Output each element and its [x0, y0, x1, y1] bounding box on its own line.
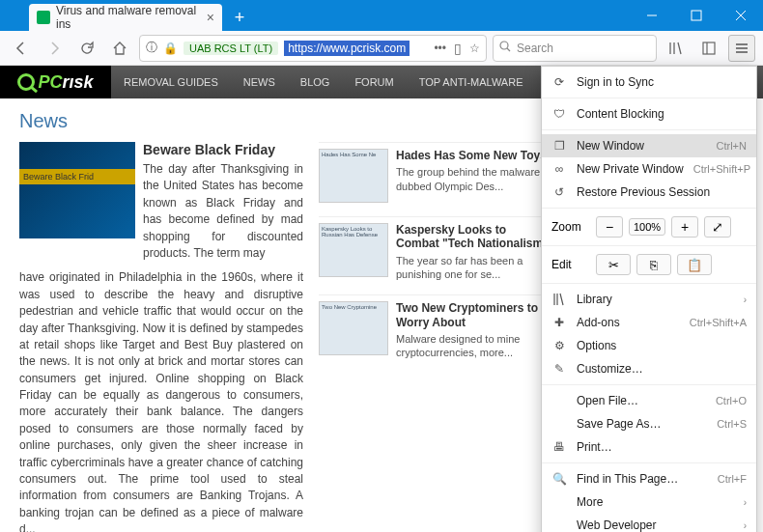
svg-rect-1 — [692, 11, 701, 20]
menu-addons[interactable]: ✚ Add-ons Ctrl+Shift+A — [542, 311, 756, 334]
edit-label: Edit — [551, 258, 590, 271]
mini-article-list: Hades Has Some Ne Hades Has Some New Toy… — [319, 142, 551, 532]
mini-article: Kaspersky Looks to Russian Has Defense K… — [319, 216, 551, 281]
thumb-caption: Beware Black Frid — [19, 169, 135, 184]
tab-title: Virus and malware removal ins — [56, 4, 207, 31]
mini-title[interactable]: Two New Cryptominers to Worry About — [396, 301, 551, 329]
window-icon: ❐ — [551, 138, 567, 154]
menu-sign-in[interactable]: ⟳ Sign in to Sync — [542, 70, 756, 94]
zoom-in-button[interactable]: + — [671, 216, 698, 238]
menu-edit-row: Edit ✂ ⎘ 📋 — [542, 250, 756, 279]
home-button[interactable] — [106, 35, 133, 62]
tab-strip: Virus and malware removal ins × + — [29, 0, 253, 31]
url-text: https://www.pcrisk.com — [284, 41, 410, 56]
lock-icon: 🔒 — [163, 42, 178, 55]
menu-content-blocking[interactable]: 🛡 Content Blocking — [542, 102, 756, 126]
mini-title[interactable]: Kaspersky Looks to Combat "Tech National… — [396, 223, 551, 251]
mini-title[interactable]: Hades Has Some New Toys — [396, 149, 551, 162]
bookmark-star-icon[interactable]: ☆ — [469, 42, 480, 55]
menu-save-page[interactable]: Save Page As… Ctrl+S — [542, 412, 756, 435]
app-menu-panel: ⟳ Sign in to Sync 🛡 Content Blocking ❐ N… — [541, 66, 757, 532]
nav-item[interactable]: NEWS — [231, 66, 288, 98]
mask-icon: ∞ — [551, 161, 567, 177]
search-icon — [499, 41, 511, 55]
url-bar[interactable]: ⓘ 🔒 UAB RCS LT (LT) https://www.pcrisk.c… — [139, 35, 487, 62]
search-bar[interactable]: Search — [493, 35, 657, 62]
menu-open-file[interactable]: Open File… Ctrl+O — [542, 389, 756, 412]
favicon — [37, 11, 50, 24]
mini-text: The year so far has been a punishing one… — [396, 254, 551, 282]
titlebar: Virus and malware removal ins × + — [0, 0, 763, 31]
svg-point-4 — [500, 42, 508, 49]
fullscreen-button[interactable]: ⤢ — [704, 216, 731, 238]
nav-item[interactable]: BLOG — [288, 66, 343, 98]
toolbar: ⓘ 🔒 UAB RCS LT (LT) https://www.pcrisk.c… — [0, 31, 763, 66]
zoom-value[interactable]: 100% — [629, 218, 665, 236]
close-window-button[interactable] — [719, 0, 763, 31]
mini-text: The group behind the malware dubbed Olym… — [396, 165, 551, 193]
close-tab-icon[interactable]: × — [207, 10, 214, 25]
chevron-right-icon: › — [744, 497, 747, 508]
menu-print[interactable]: 🖶 Print… — [542, 435, 756, 459]
puzzle-icon: ✚ — [551, 315, 567, 330]
new-tab-button[interactable]: + — [226, 4, 253, 31]
maximize-button[interactable] — [674, 0, 719, 31]
chevron-right-icon: › — [744, 294, 747, 305]
nav-item[interactable]: TOP ANTI-MALWARE — [407, 66, 536, 98]
news-heading: News — [19, 110, 551, 132]
search-placeholder: Search — [517, 42, 553, 55]
zoom-label: Zoom — [551, 220, 590, 234]
browser-tab[interactable]: Virus and malware removal ins × — [29, 4, 222, 31]
sidebar-button[interactable] — [695, 35, 722, 62]
logo-text: PCrısk — [38, 72, 93, 93]
window-controls — [630, 0, 763, 31]
site-identity: UAB RCS LT (LT) — [184, 42, 278, 55]
menu-restore-session[interactable]: ↺ Restore Previous Session — [542, 181, 756, 204]
url-actions: ••• ▯ ☆ — [434, 41, 480, 56]
search-icon: 🔍 — [551, 471, 567, 487]
cut-button[interactable]: ✂ — [596, 254, 631, 275]
magnifier-icon — [17, 73, 35, 91]
article-title[interactable]: Beware Black Friday — [143, 142, 303, 157]
mini-thumb[interactable]: Kaspersky Looks to Russian Has Defense — [319, 223, 388, 277]
menu-new-window[interactable]: ❐ New Window Ctrl+N — [542, 134, 756, 157]
article-intro: The day after Thanksgiving in the United… — [143, 161, 303, 262]
article-body: have originated in Philadelphia in the 1… — [19, 269, 303, 532]
forward-button[interactable] — [41, 35, 68, 62]
mini-article: Hades Has Some Ne Hades Has Some New Toy… — [319, 142, 551, 203]
minimize-button[interactable] — [630, 0, 674, 31]
zoom-out-button[interactable]: − — [596, 216, 623, 238]
lead-thumb[interactable]: Beware Black Frid — [19, 142, 135, 238]
printer-icon: 🖶 — [551, 439, 567, 455]
menu-options[interactable]: ⚙ Options — [542, 334, 756, 357]
shield-icon: 🛡 — [551, 106, 567, 122]
site-logo[interactable]: PCrısk — [0, 66, 111, 98]
back-button[interactable] — [8, 35, 35, 62]
info-icon[interactable]: ⓘ — [146, 40, 157, 56]
hamburger-menu-button[interactable] — [728, 35, 755, 62]
reload-button[interactable] — [73, 35, 100, 62]
mini-thumb[interactable]: Hades Has Some Ne — [319, 149, 388, 203]
chevron-right-icon: › — [744, 520, 747, 531]
svg-rect-6 — [703, 42, 715, 54]
restore-icon: ↺ — [551, 184, 567, 200]
paste-button[interactable]: 📋 — [677, 254, 712, 275]
lead-article: Beware Black Frid Beware Black Friday Th… — [19, 142, 303, 262]
paint-icon: ✎ — [551, 361, 567, 377]
menu-customize[interactable]: ✎ Customize… — [542, 357, 756, 380]
menu-zoom-row: Zoom − 100% + ⤢ — [542, 212, 756, 241]
reader-mode-icon[interactable]: ▯ — [454, 41, 462, 56]
menu-web-developer[interactable]: Web Developer › — [542, 514, 756, 532]
library-icon — [551, 292, 567, 307]
mini-thumb[interactable]: Two New Cryptomine — [319, 301, 388, 355]
menu-new-private-window[interactable]: ∞ New Private Window Ctrl+Shift+P — [542, 157, 756, 181]
library-button[interactable] — [663, 35, 690, 62]
menu-library[interactable]: Library › — [542, 288, 756, 311]
copy-button[interactable]: ⎘ — [636, 254, 671, 275]
menu-more[interactable]: More › — [542, 490, 756, 514]
nav-item[interactable]: FORUM — [342, 66, 406, 98]
nav-item[interactable]: REMOVAL GUIDES — [111, 66, 231, 98]
page-action-more-icon[interactable]: ••• — [434, 42, 446, 55]
menu-find[interactable]: 🔍 Find in This Page… Ctrl+F — [542, 467, 756, 490]
svg-line-5 — [507, 48, 510, 51]
